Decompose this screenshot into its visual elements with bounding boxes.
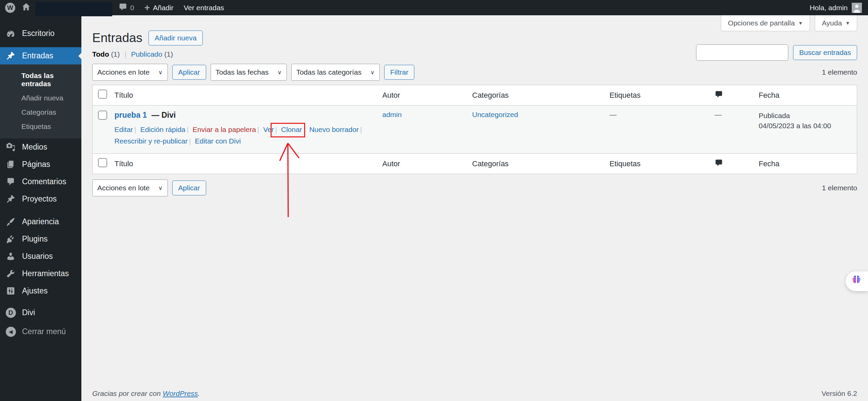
submenu-todas-las-entradas[interactable]: Todas las entradas xyxy=(0,69,81,91)
row-action-ver[interactable]: Ver xyxy=(256,126,274,133)
add-new-post-button[interactable]: Añadir nueva xyxy=(149,31,203,45)
view-posts-link[interactable]: Ver entradas xyxy=(179,0,229,15)
brain-icon xyxy=(850,274,863,288)
caret-down-icon: ▼ xyxy=(845,20,850,26)
wordpress-menu-button[interactable]: W xyxy=(0,0,20,15)
help-button[interactable]: Ayuda ▼ xyxy=(815,15,857,31)
main-content: Opciones de pantalla ▼ Ayuda ▼ Entradas … xyxy=(81,15,868,401)
new-content-button[interactable]: + Añadir xyxy=(139,0,179,15)
categories-filter-select[interactable]: Todas las categorías ∨ xyxy=(291,64,380,81)
post-row: prueba 1 — Divi EditarEdición rápidaEnvi… xyxy=(93,106,857,154)
sidebar-item-label: Usuarios xyxy=(22,252,53,261)
dates-filter-select[interactable]: Todas las fechas ∨ xyxy=(211,64,287,81)
site-link[interactable] xyxy=(20,0,32,15)
apply-button-bottom[interactable]: Aplicar xyxy=(172,180,206,195)
filter-separator: | xyxy=(124,50,126,58)
column-categorias: Categorías xyxy=(469,154,606,174)
sidebar-item-cerrar-menu[interactable]: ◀ Cerrar menú xyxy=(0,323,81,340)
sidebar-item-label: Divi xyxy=(22,308,35,317)
sidebar-item-divi[interactable]: D Divi xyxy=(0,304,81,321)
column-comments[interactable] xyxy=(711,85,755,106)
footer-thanks-period: . xyxy=(198,389,200,397)
sidebar-item-usuarios[interactable]: Usuarios xyxy=(0,248,81,265)
row-action-nuevo-borrador[interactable]: Nuevo borrador xyxy=(302,126,359,133)
table-footer-row: Título Autor Categorías Etiquetas Fecha xyxy=(93,154,857,174)
row-action-editar[interactable]: Editar xyxy=(115,126,133,133)
sidebar-item-label: Entradas xyxy=(22,51,53,60)
column-fecha[interactable]: Fecha xyxy=(755,154,857,174)
comments-icon xyxy=(5,177,16,186)
select-all-checkbox-bottom[interactable] xyxy=(98,158,107,167)
filter-button[interactable]: Filtrar xyxy=(384,65,415,80)
sidebar-item-ajustes[interactable]: Ajustes xyxy=(0,282,81,300)
column-categorias: Categorías xyxy=(469,85,606,106)
sidebar-item-label: Cerrar menú xyxy=(22,327,66,336)
new-content-label: Añadir xyxy=(153,4,174,12)
column-titulo[interactable]: Título xyxy=(111,85,379,106)
sidebar-item-apariencia[interactable]: Apariencia xyxy=(0,213,81,230)
post-title: prueba 1 — Divi xyxy=(115,111,376,120)
post-date: 04/05/2023 a las 04:00 xyxy=(759,121,854,131)
site-name[interactable] xyxy=(35,2,112,16)
sidebar-item-herramientas[interactable]: Herramientas xyxy=(0,265,81,282)
pages-icon xyxy=(5,160,16,169)
bulk-actions-value: Acciones en lote xyxy=(97,68,150,76)
row-action-editar-con-divi[interactable]: Editar con Divi xyxy=(188,137,241,145)
search-posts-button[interactable]: Buscar entradas xyxy=(793,45,857,60)
sidebar-item-medios[interactable]: Medios xyxy=(0,138,81,156)
home-icon xyxy=(22,2,31,13)
row-checkbox[interactable] xyxy=(98,111,107,120)
table-header-row: Título Autor Categorías Etiquetas Fecha xyxy=(93,85,857,106)
sidebar-item-label: Proyectos xyxy=(22,194,57,204)
submenu-categorias[interactable]: Categorías xyxy=(0,105,81,119)
comment-bubble-icon xyxy=(715,160,723,169)
sidebar-item-plugins[interactable]: Plugins xyxy=(0,230,81,248)
divi-letter: D xyxy=(6,308,16,318)
extension-pill-button[interactable] xyxy=(846,271,868,291)
clonar-label: Clonar xyxy=(281,126,302,133)
categories-filter-value: Todas las categorías xyxy=(296,68,362,76)
bulk-actions-select-bottom[interactable]: Acciones en lote ∨ xyxy=(92,179,168,196)
search-input[interactable] xyxy=(696,44,788,61)
column-titulo[interactable]: Título xyxy=(111,154,379,174)
filter-all-link[interactable]: Todo xyxy=(92,50,109,58)
comments-shortcut[interactable]: 0 xyxy=(114,0,139,15)
category-link[interactable]: Uncategorized xyxy=(472,111,518,118)
brush-icon xyxy=(5,217,16,226)
wrench-icon xyxy=(5,269,16,278)
sidebar-item-label: Medios xyxy=(22,142,47,152)
row-action-clonar[interactable]: Clonar xyxy=(274,126,302,133)
sidebar-item-paginas[interactable]: Páginas xyxy=(0,156,81,173)
apply-button[interactable]: Aplicar xyxy=(172,65,206,80)
row-action-papelera[interactable]: Enviar a la papelera xyxy=(185,126,256,133)
help-label: Ayuda xyxy=(822,19,842,27)
filter-published-count: (1) xyxy=(164,50,173,58)
screen-options-button[interactable]: Opciones de pantalla ▼ xyxy=(721,15,810,31)
search-row: Buscar entradas xyxy=(696,44,857,61)
bulk-actions-select[interactable]: Acciones en lote ∨ xyxy=(92,64,168,81)
comment-bubble-icon xyxy=(715,92,723,100)
sidebar-item-label: Ajustes xyxy=(22,286,47,295)
sidebar-item-escritorio[interactable]: Escritorio xyxy=(0,25,81,42)
sidebar-item-comentarios[interactable]: Comentarios xyxy=(0,173,81,190)
filter-published-link[interactable]: Publicado xyxy=(131,50,162,58)
admin-bar-account[interactable]: Hola, admin xyxy=(810,3,868,13)
row-action-edicion-rapida[interactable]: Edición rápida xyxy=(133,126,185,133)
sidebar-item-entradas[interactable]: Entradas xyxy=(0,47,81,64)
filter-all-count: (1) xyxy=(111,50,120,58)
admin-bar-left: W 0 + Añadir Ver entradas xyxy=(0,0,229,15)
sidebar-item-proyectos[interactable]: Proyectos xyxy=(0,190,81,208)
date-cell: Publicada 04/05/2023 a las 04:00 xyxy=(755,106,857,154)
title-row: Entradas Añadir nueva xyxy=(92,31,857,45)
comment-bubble-icon xyxy=(119,3,127,13)
wordpress-link[interactable]: WordPress xyxy=(163,389,198,397)
greeting-text: Hola, admin xyxy=(810,4,848,12)
column-fecha[interactable]: Fecha xyxy=(755,85,857,106)
select-all-checkbox[interactable] xyxy=(98,90,107,99)
post-title-link[interactable]: prueba 1 xyxy=(115,111,147,119)
submenu-anadir-nueva[interactable]: Añadir nueva xyxy=(0,91,81,105)
sidebar-item-label: Herramientas xyxy=(22,269,69,278)
column-comments[interactable] xyxy=(711,154,755,174)
author-link[interactable]: admin xyxy=(382,111,402,118)
submenu-etiquetas[interactable]: Etiquetas xyxy=(0,119,81,134)
